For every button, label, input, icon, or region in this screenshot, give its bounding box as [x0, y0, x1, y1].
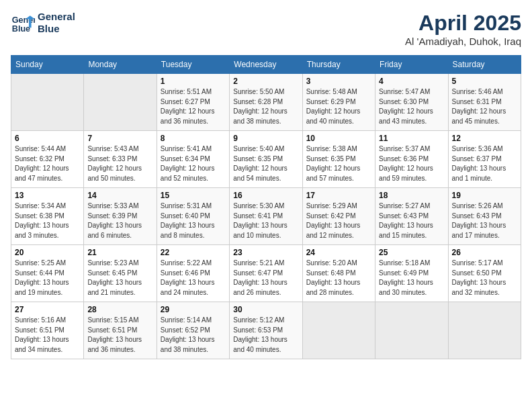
day-number: 25 — [379, 248, 444, 257]
day-info: Sunrise: 5:44 AMSunset: 6:32 PMDaylight:… — [15, 144, 80, 183]
title-area: April 2025 Al 'Amadiyah, Duhok, Iraq — [405, 11, 521, 47]
weekday-header: Saturday — [448, 56, 521, 74]
empty-cell — [11, 74, 84, 131]
day-info: Sunrise: 5:20 AMSunset: 6:48 PMDaylight:… — [306, 259, 371, 298]
calendar-day-cell: 30Sunrise: 5:12 AMSunset: 6:53 PMDayligh… — [230, 302, 302, 359]
calendar-day-cell: 10Sunrise: 5:38 AMSunset: 6:35 PMDayligh… — [302, 131, 375, 188]
day-info: Sunrise: 5:26 AMSunset: 6:43 PMDaylight:… — [452, 201, 517, 240]
day-number: 26 — [452, 248, 517, 257]
calendar-day-cell: 13Sunrise: 5:34 AMSunset: 6:38 PMDayligh… — [11, 188, 84, 245]
calendar-day-cell: 18Sunrise: 5:27 AMSunset: 6:43 PMDayligh… — [375, 188, 448, 245]
calendar-day-cell: 20Sunrise: 5:25 AMSunset: 6:44 PMDayligh… — [11, 245, 84, 302]
day-info: Sunrise: 5:30 AMSunset: 6:41 PMDaylight:… — [233, 201, 298, 240]
day-info: Sunrise: 5:51 AMSunset: 6:27 PMDaylight:… — [161, 87, 226, 126]
day-number: 6 — [15, 134, 80, 143]
day-number: 11 — [379, 134, 444, 143]
day-info: Sunrise: 5:37 AMSunset: 6:36 PMDaylight:… — [379, 144, 444, 183]
day-info: Sunrise: 5:15 AMSunset: 6:51 PMDaylight:… — [87, 316, 152, 355]
day-info: Sunrise: 5:12 AMSunset: 6:53 PMDaylight:… — [233, 316, 298, 355]
day-info: Sunrise: 5:48 AMSunset: 6:29 PMDaylight:… — [306, 87, 371, 126]
calendar-day-cell: 9Sunrise: 5:40 AMSunset: 6:35 PMDaylight… — [230, 131, 302, 188]
day-number: 29 — [161, 305, 226, 314]
calendar-day-cell: 19Sunrise: 5:26 AMSunset: 6:43 PMDayligh… — [448, 188, 521, 245]
calendar-day-cell: 28Sunrise: 5:15 AMSunset: 6:51 PMDayligh… — [84, 302, 157, 359]
day-info: Sunrise: 5:22 AMSunset: 6:46 PMDaylight:… — [161, 259, 226, 298]
day-info: Sunrise: 5:33 AMSunset: 6:39 PMDaylight:… — [87, 201, 152, 240]
day-info: Sunrise: 5:40 AMSunset: 6:35 PMDaylight:… — [233, 144, 298, 183]
day-number: 28 — [87, 305, 152, 314]
day-info: Sunrise: 5:34 AMSunset: 6:38 PMDaylight:… — [15, 201, 80, 240]
calendar-table: SundayMondayTuesdayWednesdayThursdayFrid… — [11, 55, 521, 359]
day-info: Sunrise: 5:50 AMSunset: 6:28 PMDaylight:… — [233, 87, 298, 126]
calendar-day-cell: 16Sunrise: 5:30 AMSunset: 6:41 PMDayligh… — [230, 188, 302, 245]
page-header: General Blue General Blue April 2025 Al … — [11, 11, 521, 47]
day-info: Sunrise: 5:18 AMSunset: 6:49 PMDaylight:… — [379, 259, 444, 298]
day-info: Sunrise: 5:38 AMSunset: 6:35 PMDaylight:… — [306, 144, 371, 183]
svg-text:Blue: Blue — [12, 24, 30, 34]
day-number: 14 — [87, 191, 152, 200]
day-info: Sunrise: 5:36 AMSunset: 6:37 PMDaylight:… — [452, 144, 517, 183]
day-info: Sunrise: 5:14 AMSunset: 6:52 PMDaylight:… — [161, 316, 226, 355]
day-number: 17 — [306, 191, 371, 200]
logo-icon: General Blue — [11, 11, 35, 35]
day-info: Sunrise: 5:47 AMSunset: 6:30 PMDaylight:… — [379, 87, 444, 126]
logo-text-line1: General — [38, 11, 75, 23]
day-number: 19 — [452, 191, 517, 200]
day-info: Sunrise: 5:46 AMSunset: 6:31 PMDaylight:… — [452, 87, 517, 126]
day-number: 16 — [233, 191, 298, 200]
calendar-day-cell: 26Sunrise: 5:17 AMSunset: 6:50 PMDayligh… — [448, 245, 521, 302]
day-info: Sunrise: 5:31 AMSunset: 6:40 PMDaylight:… — [161, 201, 226, 240]
weekday-header: Thursday — [302, 56, 375, 74]
day-info: Sunrise: 5:41 AMSunset: 6:34 PMDaylight:… — [161, 144, 226, 183]
calendar-day-cell: 4Sunrise: 5:47 AMSunset: 6:30 PMDaylight… — [375, 74, 448, 131]
calendar-day-cell: 24Sunrise: 5:20 AMSunset: 6:48 PMDayligh… — [302, 245, 375, 302]
day-info: Sunrise: 5:27 AMSunset: 6:43 PMDaylight:… — [379, 201, 444, 240]
day-info: Sunrise: 5:21 AMSunset: 6:47 PMDaylight:… — [233, 259, 298, 298]
day-info: Sunrise: 5:16 AMSunset: 6:51 PMDaylight:… — [15, 316, 80, 355]
day-number: 3 — [306, 77, 371, 86]
calendar-day-cell: 1Sunrise: 5:51 AMSunset: 6:27 PMDaylight… — [157, 74, 229, 131]
weekday-header: Friday — [375, 56, 448, 74]
day-number: 20 — [15, 248, 80, 257]
day-number: 12 — [452, 134, 517, 143]
day-number: 7 — [87, 134, 152, 143]
day-number: 13 — [15, 191, 80, 200]
calendar-day-cell: 27Sunrise: 5:16 AMSunset: 6:51 PMDayligh… — [11, 302, 84, 359]
calendar-day-cell: 11Sunrise: 5:37 AMSunset: 6:36 PMDayligh… — [375, 131, 448, 188]
calendar-day-cell: 2Sunrise: 5:50 AMSunset: 6:28 PMDaylight… — [230, 74, 302, 131]
month-title: April 2025 — [405, 11, 521, 36]
calendar-day-cell: 23Sunrise: 5:21 AMSunset: 6:47 PMDayligh… — [230, 245, 302, 302]
calendar-day-cell: 15Sunrise: 5:31 AMSunset: 6:40 PMDayligh… — [157, 188, 229, 245]
logo: General Blue General Blue — [11, 11, 75, 35]
location: Al 'Amadiyah, Duhok, Iraq — [405, 36, 521, 47]
empty-cell — [84, 74, 157, 131]
day-number: 9 — [233, 134, 298, 143]
day-number: 4 — [379, 77, 444, 86]
day-info: Sunrise: 5:17 AMSunset: 6:50 PMDaylight:… — [452, 259, 517, 298]
calendar-day-cell: 22Sunrise: 5:22 AMSunset: 6:46 PMDayligh… — [157, 245, 229, 302]
calendar-day-cell: 5Sunrise: 5:46 AMSunset: 6:31 PMDaylight… — [448, 74, 521, 131]
calendar-day-cell: 8Sunrise: 5:41 AMSunset: 6:34 PMDaylight… — [157, 131, 229, 188]
day-info: Sunrise: 5:43 AMSunset: 6:33 PMDaylight:… — [87, 144, 152, 183]
day-number: 18 — [379, 191, 444, 200]
day-info: Sunrise: 5:23 AMSunset: 6:45 PMDaylight:… — [87, 259, 152, 298]
calendar-day-cell: 6Sunrise: 5:44 AMSunset: 6:32 PMDaylight… — [11, 131, 84, 188]
day-number: 30 — [233, 305, 298, 314]
day-number: 15 — [161, 191, 226, 200]
calendar-day-cell: 3Sunrise: 5:48 AMSunset: 6:29 PMDaylight… — [302, 74, 375, 131]
day-number: 21 — [87, 248, 152, 257]
day-number: 23 — [233, 248, 298, 257]
day-info: Sunrise: 5:25 AMSunset: 6:44 PMDaylight:… — [15, 259, 80, 298]
calendar-day-cell: 21Sunrise: 5:23 AMSunset: 6:45 PMDayligh… — [84, 245, 157, 302]
calendar-day-cell: 25Sunrise: 5:18 AMSunset: 6:49 PMDayligh… — [375, 245, 448, 302]
day-number: 1 — [161, 77, 226, 86]
weekday-header: Sunday — [11, 56, 84, 74]
day-info: Sunrise: 5:29 AMSunset: 6:42 PMDaylight:… — [306, 201, 371, 240]
day-number: 5 — [452, 77, 517, 86]
weekday-header: Tuesday — [157, 56, 229, 74]
calendar-day-cell: 12Sunrise: 5:36 AMSunset: 6:37 PMDayligh… — [448, 131, 521, 188]
day-number: 2 — [233, 77, 298, 86]
day-number: 22 — [161, 248, 226, 257]
calendar-day-cell: 7Sunrise: 5:43 AMSunset: 6:33 PMDaylight… — [84, 131, 157, 188]
calendar-day-cell: 14Sunrise: 5:33 AMSunset: 6:39 PMDayligh… — [84, 188, 157, 245]
